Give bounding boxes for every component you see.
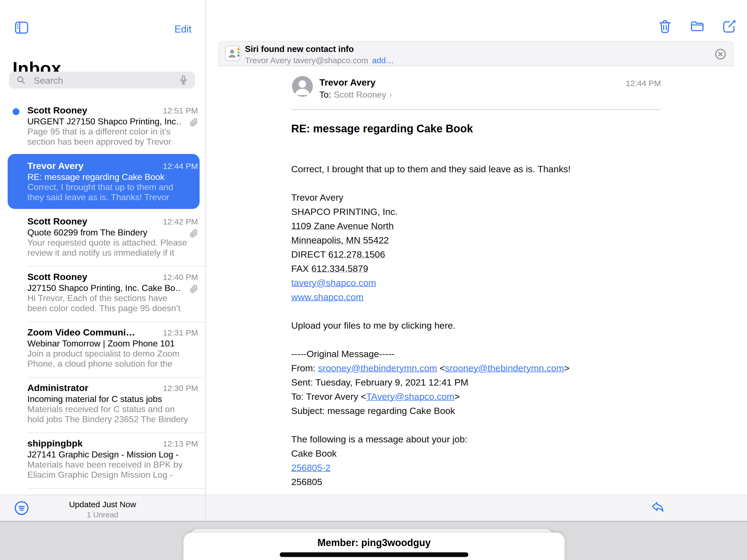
compose-button[interactable] [722, 19, 737, 34]
paperclip-icon [189, 118, 199, 127]
body-link[interactable]: srooney@thebinderymn.com [318, 363, 437, 373]
message-body: Correct, I brought that up to them and t… [291, 162, 665, 489]
paperclip-icon [189, 284, 199, 294]
body-text: 612.278.1506 [328, 249, 385, 259]
email-sender: Zoom Video Communi… [27, 326, 159, 338]
email-subject: RE: message regarding Cake Book [27, 172, 180, 182]
body-text: Correct, I brought that up to them and t… [291, 164, 571, 174]
search-icon [16, 75, 26, 85]
folder-button[interactable] [690, 19, 705, 34]
sidebar-toggle-button[interactable] [15, 21, 28, 34]
message-footer [206, 495, 747, 521]
recipient-line[interactable]: To:Scott Rooney› [319, 89, 392, 100]
list-item[interactable]: Zoom Video Communi…Webinar Tomorrow | Zo… [0, 322, 205, 378]
message-body-line [291, 332, 665, 347]
siri-banner-contact: Trevor Avery tavery@shapco.comadd… [245, 56, 394, 65]
header-divider [291, 109, 661, 110]
updated-status: Updated Just Now [0, 499, 205, 510]
email-preview: Hi Trevor, Each of the sections have bee… [27, 293, 189, 313]
chevron-right-icon: › [389, 89, 392, 100]
paperclip-icon [189, 229, 199, 238]
inbox-sidebar: Edit Inbox Scott RooneyURGENT J27150 Sha… [0, 0, 205, 521]
email-subject: URGENT J27150 Shapco Printing, Inc… [27, 117, 180, 127]
close-icon [715, 48, 726, 60]
message-body-line: Trevor Avery [291, 190, 665, 205]
message-body-line: 1109 Zane Avenue North [291, 219, 665, 233]
message-body-line [291, 176, 665, 190]
message-body-line: SHAPCO PRINTING, Inc. [291, 205, 665, 219]
list-item[interactable]: Scott RooneyURGENT J27150 Shapco Printin… [0, 100, 205, 156]
message-body-line: 256805 [291, 475, 665, 489]
email-subject: Incoming material for C status jobs [27, 394, 180, 404]
email-subject: J27150 Shapco Printing, Inc. Cake Bo… [27, 283, 180, 293]
trash-icon [657, 19, 673, 34]
unread-count: 1 Unread [0, 510, 205, 520]
body-text: Subject: message regarding Cake Book [291, 406, 455, 416]
body-link[interactable]: srooney@thebinderymn.com [445, 363, 564, 373]
unread-dot [12, 108, 19, 115]
list-item[interactable]: AdministratorIncoming material for C sta… [0, 378, 205, 433]
email-list: Scott RooneyURGENT J27150 Shapco Printin… [0, 100, 205, 489]
message-subject: RE: message regarding Cake Book [291, 123, 473, 135]
body-link[interactable]: tavery@shapco.com [291, 278, 376, 288]
message-time: 12:44 PM [626, 79, 661, 88]
email-subject: Webinar Tomorrow | Zoom Phone 101 [27, 338, 180, 349]
reply-icon [650, 500, 665, 515]
message-body-line: FAX 612.334.5879 [291, 261, 665, 276]
body-text: Sent: Tuesday, February 9, 2021 12:41 PM [291, 377, 468, 387]
contact-card-icon [225, 45, 241, 61]
message-body-line: Correct, I brought that up to them and t… [291, 162, 665, 176]
search-bar[interactable] [9, 72, 195, 88]
body-text: SHAPCO PRINTING, Inc. [291, 206, 397, 217]
message-body-line: The following is a message about your jo… [291, 432, 665, 446]
list-item[interactable]: Trevor AveryRE: message regarding Cake B… [0, 156, 205, 211]
body-text: The following is a message about your jo… [291, 434, 467, 444]
message-body-line: Sent: Tuesday, February 9, 2021 12:41 PM [291, 375, 665, 389]
add-contact-link[interactable]: add… [372, 56, 394, 65]
message-body-line: Cake Book [291, 446, 665, 460]
reply-button[interactable] [650, 500, 665, 516]
body-text: Cake Book [291, 448, 337, 459]
siri-suggestion-banner: Siri found new contact info Trevor Avery… [218, 41, 733, 66]
search-input[interactable] [33, 72, 176, 89]
recipient-name: Scott Rooney [334, 90, 386, 100]
close-button[interactable] [715, 48, 726, 61]
edit-button[interactable]: Edit [175, 24, 191, 35]
list-item[interactable]: shippingbpkJ27141 Graphic Design - Missi… [0, 433, 205, 489]
email-preview: Join a product specialist to demo Zoom P… [27, 349, 189, 369]
home-indicator[interactable] [280, 552, 468, 557]
message-body-line: To: Trevor Avery <TAvery@shapco.com> [291, 389, 665, 404]
body-link[interactable]: 256805-2 [291, 462, 331, 473]
to-label: To: [319, 90, 331, 100]
body-link[interactable]: TAvery@shapco.com [366, 391, 454, 402]
person-icon [292, 76, 313, 97]
trash-button[interactable] [657, 19, 673, 34]
body-text: To: Trevor Avery < [291, 391, 366, 402]
sidebar-toggle-icon [15, 21, 28, 34]
body-text: FAX [291, 263, 311, 274]
email-sender: Trevor Avery [27, 159, 159, 172]
email-subject: J27141 Graphic Design - Mission Log - Sp… [27, 450, 180, 460]
message-body-line: DIRECT 612.278.1506 [291, 247, 665, 261]
message-body-line [291, 418, 665, 432]
message-body-line: Subject: message regarding Cake Book [291, 404, 665, 418]
email-sender: Scott Rooney [27, 104, 159, 117]
list-item[interactable]: Scott RooneyQuote 60299 from The Bindery… [0, 211, 205, 266]
message-body-line: From: srooney@thebinderymn.com <srooney@… [291, 361, 665, 375]
body-text: From: [291, 363, 318, 373]
message-body-line: tavery@shapco.com [291, 276, 665, 290]
body-text: > [455, 391, 460, 402]
mic-icon[interactable] [178, 74, 189, 86]
list-item[interactable]: Scott RooneyJ27150 Shapco Printing, Inc.… [0, 266, 205, 322]
body-text: DIRECT [291, 249, 328, 259]
message-body-line: 256805-2 [291, 460, 665, 475]
body-text: 1109 Zane Avenue North [291, 221, 394, 231]
message-body-line: -----Original Message----- [291, 347, 665, 361]
body-link[interactable]: www.shapco.com [291, 292, 364, 302]
body-text: 612.334.5879 [311, 263, 368, 274]
siri-banner-title: Siri found new contact info [245, 44, 354, 54]
email-sender: shippingbpk [27, 437, 159, 450]
sidebar-footer: Updated Just Now 1 Unread [0, 495, 205, 521]
folder-icon [690, 19, 705, 34]
email-subject: Quote 60299 from The Bindery [27, 228, 180, 238]
